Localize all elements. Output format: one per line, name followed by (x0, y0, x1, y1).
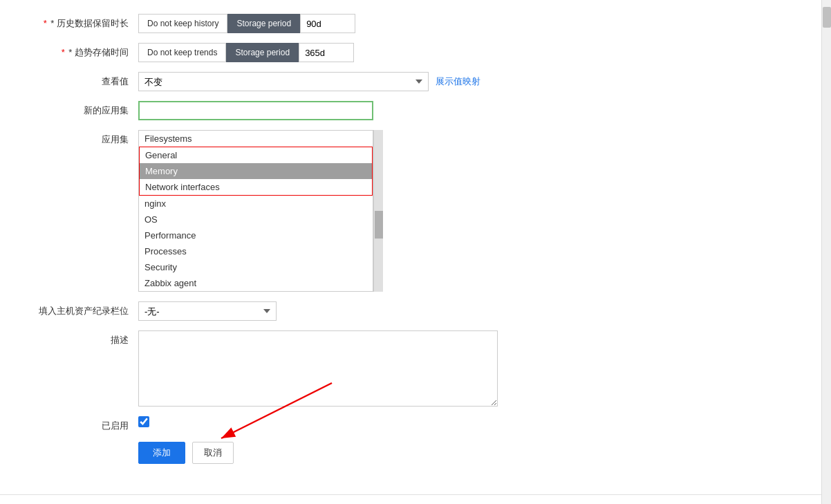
buttons-label (28, 442, 138, 445)
history-row: * * 历史数据保留时长 Do not keep history Storage… (28, 14, 803, 33)
new-app-input[interactable] (138, 101, 373, 120)
trends-controls: Do not keep trends Storage period (138, 43, 354, 62)
app-list-container: Filesystems General Memory Network inter… (138, 130, 383, 292)
list-item-performance[interactable]: Performance (139, 227, 373, 243)
buttons-row: 添加 取消 (28, 442, 803, 464)
footer: https://blog.csdn.net/weixin_52492280 Za… (0, 494, 831, 504)
scrollbar-thumb (375, 211, 383, 239)
history-controls: Do not keep history Storage period (138, 14, 355, 33)
description-textarea[interactable] (138, 330, 498, 407)
app-set-row: 应用集 Filesystems General Memory Network i… (28, 130, 803, 292)
cancel-button[interactable]: 取消 (192, 442, 234, 464)
enabled-controls (138, 416, 149, 427)
page-scrollbar[interactable] (821, 0, 831, 504)
required-star: * (44, 18, 47, 28)
new-app-label: 新的应用集 (28, 101, 138, 117)
list-item[interactable]: Filesystems (139, 131, 373, 147)
trends-label: * * 趋势存储时间 (28, 43, 138, 59)
new-app-row: 新的应用集 (28, 101, 803, 120)
list-item-nginx[interactable]: nginx (139, 196, 373, 212)
trends-label-text: * 趋势存储时间 (68, 47, 129, 57)
description-row: 描述 (28, 330, 803, 407)
storage-period-history-button[interactable]: Storage period (227, 14, 300, 33)
value-map-row: 查看值 不变 展示值映射 (28, 72, 803, 91)
enabled-row: 已启用 (28, 416, 803, 432)
app-list-box: Filesystems General Memory Network inter… (138, 130, 373, 292)
value-select[interactable]: 不变 (138, 72, 429, 91)
description-label: 描述 (28, 330, 138, 346)
list-scrollbar[interactable] (373, 130, 383, 292)
list-item-os[interactable]: OS (139, 212, 373, 227)
host-inventory-select[interactable]: -无- (138, 301, 277, 321)
list-item-general[interactable]: General (140, 147, 372, 163)
scrollbar-right-thumb (823, 7, 831, 28)
enabled-checkbox[interactable] (138, 416, 149, 427)
add-button[interactable]: 添加 (138, 442, 185, 464)
value-map-controls: 不变 展示值映射 (138, 72, 480, 91)
history-label-text: * 历史数据保留时长 (50, 18, 129, 28)
value-label: 查看值 (28, 72, 138, 88)
buttons-container: 添加 取消 (138, 442, 234, 464)
no-keep-trends-button[interactable]: Do not keep trends (138, 43, 226, 62)
host-inventory-label: 填入主机资产纪录栏位 (28, 301, 138, 317)
list-item-processes[interactable]: Processes (139, 243, 373, 259)
value-map-link[interactable]: 展示值映射 (436, 75, 480, 88)
list-scroll-wrapper: Filesystems General Memory Network inter… (138, 130, 383, 292)
list-item-zabbix[interactable]: Zabbix agent (139, 275, 373, 291)
selected-app-group: General Memory Network interfaces (139, 147, 373, 196)
list-item-security[interactable]: Security (139, 259, 373, 275)
list-item-memory[interactable]: Memory (140, 163, 372, 179)
required-star2: * (62, 47, 65, 57)
trends-value-input[interactable] (299, 43, 354, 62)
trends-row: * * 趋势存储时间 Do not keep trends Storage pe… (28, 43, 803, 62)
host-inventory-row: 填入主机资产纪录栏位 -无- (28, 301, 803, 321)
no-keep-history-button[interactable]: Do not keep history (138, 14, 227, 33)
history-label: * * 历史数据保留时长 (28, 14, 138, 30)
app-set-label: 应用集 (28, 130, 138, 146)
history-value-input[interactable] (300, 14, 355, 33)
enabled-label: 已启用 (28, 416, 138, 432)
storage-period-trends-button[interactable]: Storage period (226, 43, 299, 62)
list-item-network[interactable]: Network interfaces (140, 179, 372, 195)
